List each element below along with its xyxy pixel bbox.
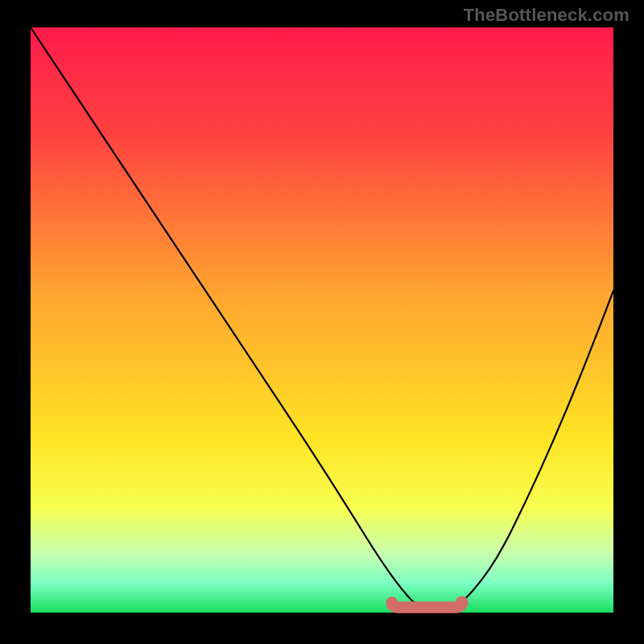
bottleneck-chart <box>0 0 644 644</box>
chart-frame: TheBottleneck.com <box>0 0 644 644</box>
optimal-range-marker <box>392 602 462 607</box>
plot-background <box>31 27 613 613</box>
optimal-range-end-dot <box>456 596 469 609</box>
